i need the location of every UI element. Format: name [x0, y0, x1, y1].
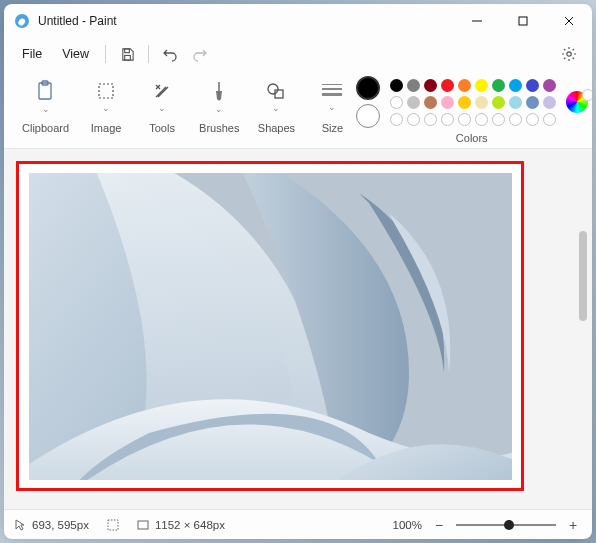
color-swatch[interactable] — [441, 96, 454, 109]
color-swatch[interactable] — [475, 113, 488, 126]
color-swatch[interactable] — [526, 96, 539, 109]
titlebar: Untitled - Paint — [4, 4, 592, 38]
size-button[interactable]: ⌄ — [313, 76, 351, 118]
color2-swatch[interactable] — [356, 104, 380, 128]
color-selectors — [356, 76, 380, 128]
color-palette — [390, 79, 556, 126]
statusbar: 693, 595px 1152 × 648px 100% − + — [4, 509, 592, 539]
color-swatch[interactable] — [407, 79, 420, 92]
label-size: Size — [322, 122, 343, 134]
canvas-size: 1152 × 648px — [137, 519, 225, 531]
color-swatch[interactable] — [458, 96, 471, 109]
zoom-out-button[interactable]: − — [430, 517, 448, 533]
group-shapes: ⌄ Shapes — [249, 74, 303, 148]
zoom-slider[interactable] — [456, 524, 556, 526]
color-swatch[interactable] — [390, 96, 403, 109]
color-swatch[interactable] — [407, 96, 420, 109]
label-brushes: Brushes — [199, 122, 239, 134]
group-image: ⌄ Image — [79, 74, 133, 148]
zoom-controls: 100% − + — [393, 517, 582, 533]
chevron-down-icon: ⌄ — [42, 104, 50, 114]
color-swatch[interactable] — [475, 79, 488, 92]
color-swatch[interactable] — [509, 113, 522, 126]
svg-rect-3 — [124, 55, 130, 60]
zoom-level: 100% — [393, 519, 422, 531]
menu-view[interactable]: View — [52, 43, 99, 65]
color-swatch[interactable] — [441, 79, 454, 92]
scrollbar-thumb[interactable] — [579, 231, 587, 321]
group-clipboard: ⌄ Clipboard — [14, 74, 77, 148]
color-swatch[interactable] — [390, 79, 403, 92]
menu-file[interactable]: File — [12, 43, 52, 65]
window-title: Untitled - Paint — [38, 14, 117, 28]
svg-rect-1 — [519, 17, 527, 25]
svg-rect-2 — [124, 48, 129, 52]
chevron-down-icon: ⌄ — [158, 103, 166, 113]
color-swatch[interactable] — [424, 113, 437, 126]
close-button[interactable] — [546, 4, 592, 38]
selection-icon — [107, 519, 119, 531]
canvas[interactable] — [29, 173, 512, 480]
svg-rect-11 — [322, 88, 342, 90]
label-colors: Colors — [456, 132, 488, 144]
canvas-selection-border — [16, 161, 524, 491]
group-tools: ⌄ Tools — [135, 74, 189, 148]
color-swatch[interactable] — [475, 96, 488, 109]
color-swatch[interactable] — [543, 96, 556, 109]
color1-swatch[interactable] — [356, 76, 380, 100]
svg-rect-10 — [322, 84, 342, 85]
color-swatch[interactable] — [424, 79, 437, 92]
svg-point-8 — [268, 84, 278, 94]
color-swatch[interactable] — [458, 79, 471, 92]
zoom-in-button[interactable]: + — [564, 517, 582, 533]
label-shapes: Shapes — [258, 122, 295, 134]
select-button[interactable]: ⌄ — [87, 76, 125, 118]
svg-rect-9 — [275, 90, 283, 98]
svg-rect-15 — [138, 521, 148, 529]
color-swatch[interactable] — [509, 96, 522, 109]
vertical-scrollbar[interactable] — [576, 161, 590, 497]
paste-button[interactable]: ⌄ — [27, 76, 65, 118]
color-swatch[interactable] — [390, 113, 403, 126]
svg-rect-7 — [99, 84, 113, 98]
zoom-slider-thumb[interactable] — [504, 520, 514, 530]
chevron-down-icon: ⌄ — [272, 103, 280, 113]
color-swatch[interactable] — [492, 96, 505, 109]
minimize-button[interactable] — [454, 4, 500, 38]
color-swatch[interactable] — [492, 79, 505, 92]
color-swatch[interactable] — [458, 113, 471, 126]
color-swatch[interactable] — [543, 79, 556, 92]
group-size: ⌄ Size — [305, 74, 359, 148]
canvas-size-text: 1152 × 648px — [155, 519, 225, 531]
color-swatch[interactable] — [526, 113, 539, 126]
chevron-down-icon: ⌄ — [328, 102, 336, 112]
canvas-size-icon — [137, 519, 149, 531]
chevron-down-icon: ⌄ — [215, 104, 223, 114]
cursor-position-text: 693, 595px — [32, 519, 89, 531]
svg-point-4 — [567, 52, 571, 56]
paint-app-icon — [14, 13, 30, 29]
color-swatch[interactable] — [424, 96, 437, 109]
color-swatch[interactable] — [492, 113, 505, 126]
color-swatch[interactable] — [407, 113, 420, 126]
brushes-button[interactable]: ⌄ — [200, 76, 238, 118]
shapes-button[interactable]: ⌄ — [257, 76, 295, 118]
settings-icon[interactable] — [554, 40, 584, 68]
color-swatch[interactable] — [509, 79, 522, 92]
color-swatch[interactable] — [441, 113, 454, 126]
paint-window: Untitled - Paint File View — [4, 4, 592, 539]
color-swatch[interactable] — [543, 113, 556, 126]
group-brushes: ⌄ Brushes — [191, 74, 247, 148]
maximize-button[interactable] — [500, 4, 546, 38]
tools-button[interactable]: ⌄ — [143, 76, 181, 118]
separator — [105, 45, 106, 63]
edit-colors-button[interactable] — [566, 91, 588, 113]
selection-info — [107, 519, 119, 531]
canvas-area — [4, 149, 592, 509]
color-swatch[interactable] — [526, 79, 539, 92]
chevron-down-icon: ⌄ — [102, 103, 110, 113]
redo-icon — [185, 40, 215, 68]
undo-icon[interactable] — [155, 40, 185, 68]
save-icon[interactable] — [112, 40, 142, 68]
cursor-icon — [14, 519, 26, 531]
